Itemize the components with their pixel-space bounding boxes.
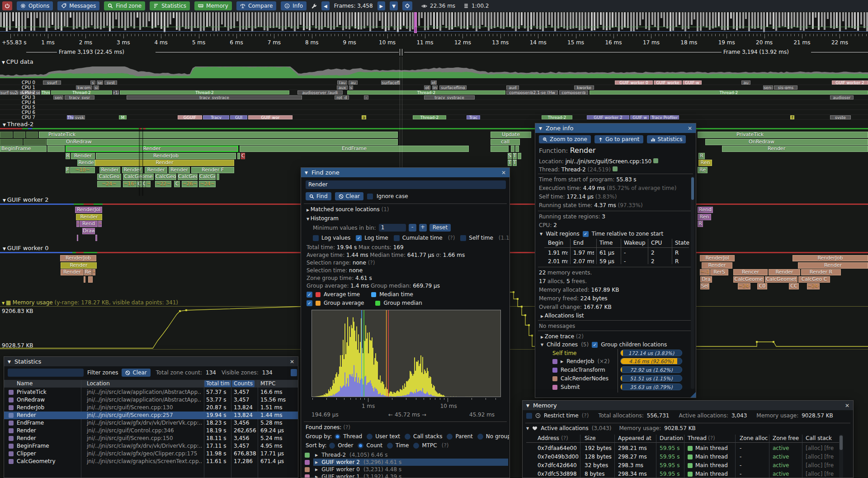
frame-bar[interactable]: [115, 12, 117, 19]
timeline-zone[interactable]: Ren: [698, 214, 711, 220]
frame-bar[interactable]: [506, 12, 508, 27]
timeline-zone[interactable]: [515, 146, 519, 152]
frame-bar[interactable]: [672, 12, 674, 31]
timeline-zone[interactable]: [491, 146, 509, 152]
timeline-zone[interactable]: Render: [722, 146, 868, 152]
checkbox[interactable]: ✓: [592, 342, 598, 348]
frame-bar[interactable]: [124, 12, 126, 30]
frame-bar[interactable]: [21, 12, 23, 32]
timeline-zone[interactable]: ~8~: [146, 181, 151, 187]
cpu-zone[interactable]: kw:gm: [76, 85, 92, 90]
frame-bar[interactable]: [248, 12, 250, 28]
frame-bar[interactable]: [497, 12, 499, 27]
frame-bar[interactable]: [91, 12, 93, 25]
statistics-button[interactable]: Statistics: [150, 1, 190, 10]
timeline-zone[interactable]: RenderJob: [96, 153, 236, 159]
timeline-zone[interactable]: Rende: [77, 160, 95, 166]
child-zone-row[interactable]: ▶RenderJob(×2): [552, 358, 609, 364]
timeline-zone[interactable]: [217, 174, 219, 180]
checkbox[interactable]: ✓: [356, 235, 362, 241]
table-row[interactable]: RenderJobjni/../jni/src/guif/Screen.cpp:…: [4, 404, 298, 412]
timeline-zone[interactable]: PrivateTick: [698, 132, 868, 138]
timeline-zone[interactable]: [24, 139, 46, 145]
frame-bar[interactable]: [151, 12, 153, 28]
collapse-icon[interactable]: ▼: [526, 403, 529, 408]
frame-bar[interactable]: [130, 12, 132, 26]
frame-bar[interactable]: [700, 12, 702, 31]
frame-bar[interactable]: [409, 12, 411, 31]
frame-bar[interactable]: [612, 12, 613, 28]
timeline-zone[interactable]: Render: [702, 262, 732, 269]
timeline-zone[interactable]: ~26~: [182, 181, 198, 187]
frame-bar[interactable]: [515, 12, 517, 31]
cpu-zone[interactable]: s: [349, 85, 353, 90]
radio-button[interactable]: [335, 434, 340, 440]
timeline-zone[interactable]: ~-17~: [700, 269, 710, 275]
frame-bar[interactable]: [121, 12, 123, 28]
frame-bar[interactable]: [470, 12, 472, 25]
frame-bar[interactable]: [142, 12, 144, 27]
timeline-zone[interactable]: Re: [698, 167, 708, 173]
frame-bar[interactable]: [863, 12, 865, 28]
cpu-zone[interactable]: sen-: [763, 85, 773, 90]
frame-bar[interactable]: [748, 12, 750, 31]
frame-bar[interactable]: [354, 12, 356, 28]
frame-bar[interactable]: [291, 12, 292, 28]
child-zone-row[interactable]: RecalcTransform: [552, 367, 605, 373]
frame-bar[interactable]: [418, 12, 420, 26]
frame-bar[interactable]: [561, 12, 562, 27]
frame-bar[interactable]: [481, 12, 483, 25]
frame-bar[interactable]: [276, 12, 278, 28]
cpu-zone[interactable]: ot: [424, 85, 430, 90]
timeline-zone[interactable]: [511, 146, 514, 152]
checkbox[interactable]: ✓: [307, 292, 312, 298]
table-row[interactable]: 0x7e049b3d00128 bytes298.27 ms59.95 sMai…: [523, 453, 848, 462]
frame-bar[interactable]: [609, 12, 611, 30]
table-row[interactable]: 0x7dfc53d8988 bytes298.34 ms59.95 sMain …: [523, 470, 848, 478]
frame-bar[interactable]: [12, 12, 14, 21]
frame-bar[interactable]: [712, 12, 714, 28]
timeline-zone[interactable]: Render: [169, 167, 190, 173]
timeline-zone[interactable]: Draw: [82, 228, 95, 234]
column-header-zone-alloc[interactable]: Zone alloc: [740, 435, 768, 441]
frame-bar[interactable]: [857, 12, 859, 31]
table-row[interactable]: Renderjni/../jni/src/guif/Screen.cpp:257…: [4, 412, 298, 419]
cpu-zone[interactable]: tracy_systrace: [424, 95, 475, 99]
statistics-button[interactable]: Statistics: [647, 135, 686, 143]
filter-input[interactable]: [8, 369, 84, 377]
cpu-zone[interactable]: au: [349, 80, 358, 85]
find-zone-button[interactable]: Find zone: [104, 1, 145, 10]
cpu-zone[interactable]: audioserver /audi: [297, 90, 343, 95]
timeline-zone[interactable]: CalcGeome: [123, 174, 154, 180]
cpu-zone[interactable]: s: [90, 80, 95, 85]
column-header-duration[interactable]: Duration: [660, 435, 683, 441]
timeline-zone[interactable]: call: [491, 139, 520, 145]
timeline-zone[interactable]: RenderJob: [60, 255, 96, 261]
frame-bar[interactable]: [339, 12, 341, 25]
cpu-zone[interactable]: GUIF worker 2: [832, 80, 868, 85]
cpu-zone[interactable]: se: [97, 80, 103, 85]
collapse-icon[interactable]: ▼: [539, 126, 542, 131]
radio-button[interactable]: [477, 434, 483, 440]
frame-bar[interactable]: [269, 12, 271, 28]
frame-bar[interactable]: [818, 12, 820, 30]
timeline-zone[interactable]: ~16~: [123, 181, 137, 187]
frame-bar[interactable]: [476, 12, 477, 31]
frame-bar[interactable]: [209, 12, 211, 26]
frame-bar[interactable]: [303, 12, 305, 30]
frame-bar[interactable]: [394, 12, 396, 30]
frame-bar[interactable]: [697, 12, 698, 31]
frame-bar[interactable]: [212, 12, 214, 31]
compare-button[interactable]: Compare: [236, 1, 276, 10]
frame-bar[interactable]: [173, 12, 175, 18]
frame-bar[interactable]: [421, 12, 423, 18]
checkbox[interactable]: ✓: [583, 231, 589, 237]
frame-bar[interactable]: [615, 12, 617, 27]
timeline-zone[interactable]: RenderJol: [700, 255, 735, 261]
frame-bar[interactable]: [391, 12, 392, 26]
frame-bar[interactable]: [521, 12, 523, 25]
frame-bar[interactable]: [842, 12, 844, 21]
frame-bar[interactable]: [430, 12, 432, 25]
frame-bar[interactable]: [33, 12, 35, 31]
histogram-plot[interactable]: [311, 310, 501, 397]
